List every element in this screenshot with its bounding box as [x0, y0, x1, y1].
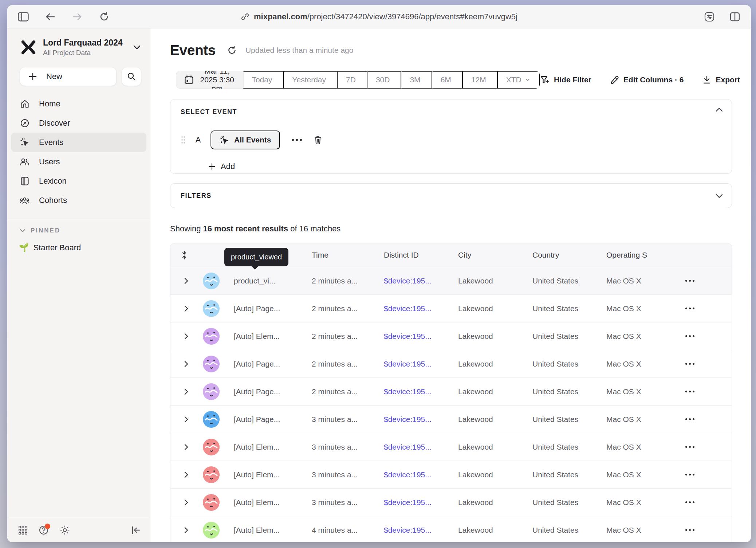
hide-filter-button[interactable]: Hide Filter [540, 75, 591, 84]
sidebar-item-starter-board[interactable]: 🌱 Starter Board [7, 234, 150, 253]
column-header-time[interactable]: Time [307, 251, 379, 259]
sidebar-toggle-icon[interactable] [15, 9, 31, 25]
edit-columns-button[interactable]: Edit Columns · 6 [610, 75, 684, 84]
event-name-cell: [Auto] Page... [224, 304, 307, 313]
refresh-icon[interactable] [227, 46, 237, 55]
apps-grid-icon[interactable] [18, 525, 28, 535]
forward-icon[interactable] [69, 9, 85, 25]
expand-row-icon[interactable] [184, 360, 188, 368]
export-button[interactable]: Export [702, 75, 740, 85]
split-view-icon[interactable] [727, 9, 743, 25]
row-menu-icon[interactable] [682, 415, 697, 423]
row-menu-icon[interactable] [682, 471, 697, 478]
drag-handle-icon[interactable] [181, 136, 186, 144]
event-name-cell: product_vi... [224, 277, 307, 285]
distinct-id-link[interactable]: $device:195... [379, 526, 453, 535]
sidebar-item-events[interactable]: Events [11, 133, 146, 152]
table-row[interactable]: [Auto] Elem... 3 minutes a... $device:19… [170, 488, 732, 516]
date-preset-button[interactable]: XTD ⌄ [498, 71, 540, 89]
sidebar-item-cohorts[interactable]: Cohorts [11, 191, 146, 210]
row-menu-icon[interactable] [682, 305, 697, 312]
expand-row-icon[interactable] [184, 333, 188, 340]
date-preset-button[interactable]: 3M [401, 71, 432, 89]
sidebar-item-home[interactable]: Home [11, 94, 146, 113]
distinct-id-link[interactable]: $device:195... [379, 277, 453, 285]
date-preset-button[interactable]: Today [243, 71, 284, 89]
event-name-cell: [Auto] Page... [224, 415, 307, 424]
column-header-city[interactable]: City [453, 251, 527, 259]
chevron-down-icon[interactable] [716, 194, 723, 198]
table-row[interactable]: [Auto] Page... 2 minutes a... $device:19… [170, 377, 732, 405]
date-preset-button[interactable]: 12M [463, 71, 498, 89]
chevron-up-icon[interactable] [716, 107, 723, 112]
table-row[interactable]: [Auto] Elem... 2 minutes a... $device:19… [170, 322, 732, 350]
expand-row-icon[interactable] [184, 305, 188, 312]
row-menu-icon[interactable] [682, 443, 697, 451]
date-preset-button[interactable]: 7D [338, 71, 367, 89]
row-menu-icon[interactable] [682, 388, 697, 395]
row-menu-icon[interactable] [682, 526, 697, 534]
collapse-all-icon[interactable] [170, 250, 198, 260]
add-event-button[interactable]: Add [208, 162, 235, 171]
sidebar-item-label: Cohorts [39, 196, 67, 205]
distinct-id-link[interactable]: $device:195... [379, 498, 453, 507]
table-row[interactable]: product_vi... 2 minutes a... $device:195… [170, 267, 732, 294]
sidebar-item-users[interactable]: Users [11, 152, 146, 171]
event-selector-chip[interactable]: All Events [210, 130, 280, 149]
date-preset-button[interactable]: 6M [432, 71, 463, 89]
workspace-switcher[interactable]: Lord Farquaad 2024 All Project Data [7, 28, 150, 57]
distinct-id-link[interactable]: $device:195... [379, 443, 453, 451]
table-row[interactable]: [Auto] Elem... 4 minutes a... $device:19… [170, 516, 732, 542]
distinct-id-link[interactable]: $device:195... [379, 360, 453, 368]
expand-row-icon[interactable] [184, 499, 188, 506]
expand-row-icon[interactable] [184, 443, 188, 451]
distinct-id-link[interactable]: $device:195... [379, 415, 453, 424]
help-icon[interactable] [39, 525, 49, 535]
date-preset-button[interactable]: 30D [367, 71, 402, 89]
os-cell: Mac OS X [601, 304, 667, 313]
url-path: /project/3472420/view/3974696/app/events… [307, 12, 517, 21]
settings-gear-icon[interactable] [60, 525, 70, 535]
pinned-section-header[interactable]: PINNED [7, 219, 150, 234]
event-row-menu-icon[interactable] [288, 135, 306, 145]
trash-icon[interactable] [314, 135, 322, 145]
date-picker-button[interactable]: Mar 11, 2025 3:30 pm [176, 71, 243, 89]
sidebar-item-lexicon[interactable]: Lexicon [11, 171, 146, 191]
distinct-id-link[interactable]: $device:195... [379, 304, 453, 313]
distinct-id-link[interactable]: $device:195... [379, 470, 453, 479]
table-row[interactable]: [Auto] Elem... 3 minutes a... $device:19… [170, 461, 732, 488]
event-avatar [203, 273, 220, 289]
event-row-letter: A [194, 135, 202, 145]
collapse-sidebar-icon[interactable] [131, 526, 141, 535]
event-name-cell: [Auto] Elem... [224, 470, 307, 479]
table-row[interactable]: [Auto] Page... 2 minutes a... $device:19… [170, 350, 732, 377]
table-row[interactable]: [Auto] Page... 3 minutes a... $device:19… [170, 405, 732, 433]
column-header-os[interactable]: Operating S [601, 251, 667, 259]
page-settings-icon[interactable] [701, 9, 717, 25]
address-bar[interactable]: mixpanel.com/project/3472420/view/397469… [241, 5, 517, 28]
row-menu-icon[interactable] [682, 498, 697, 506]
back-icon[interactable] [42, 9, 58, 25]
row-menu-icon[interactable] [682, 277, 697, 285]
table-row[interactable]: [Auto] Elem... 3 minutes a... $device:19… [170, 433, 732, 461]
expand-row-icon[interactable] [184, 471, 188, 478]
table-row[interactable]: [Auto] Page... 2 minutes a... $device:19… [170, 294, 732, 322]
expand-row-icon[interactable] [184, 416, 188, 423]
column-header-distinct-id[interactable]: Distinct ID [379, 251, 453, 259]
sidebar-item-discover[interactable]: Discover [11, 113, 146, 133]
results-summary: Showing 16 most recent results of 16 mat… [170, 224, 751, 234]
column-header-country[interactable]: Country [527, 251, 601, 259]
reload-icon[interactable] [96, 9, 112, 25]
row-menu-icon[interactable] [682, 360, 697, 368]
expand-row-icon[interactable] [184, 277, 188, 285]
row-menu-icon[interactable] [682, 332, 697, 340]
new-button[interactable]: New [20, 67, 117, 86]
search-button[interactable] [122, 67, 141, 86]
events-page: Events Updated less than a minute ago Ma… [150, 28, 751, 542]
date-preset-button[interactable]: Yesterday [284, 71, 338, 89]
expand-row-icon[interactable] [184, 527, 188, 534]
os-cell: Mac OS X [601, 387, 667, 396]
expand-row-icon[interactable] [184, 388, 188, 395]
distinct-id-link[interactable]: $device:195... [379, 332, 453, 341]
distinct-id-link[interactable]: $device:195... [379, 387, 453, 396]
